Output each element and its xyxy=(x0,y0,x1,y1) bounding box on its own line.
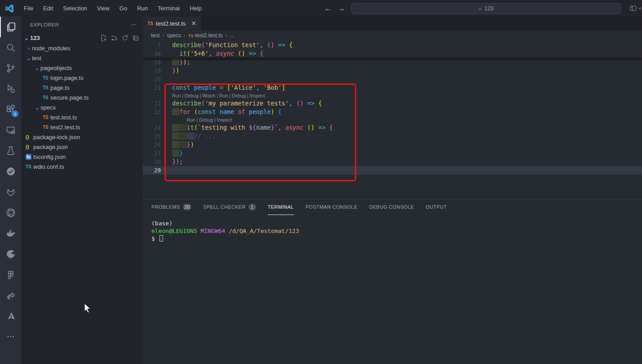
tree-item-label: specs xyxy=(40,104,56,111)
activity-search-icon[interactable] xyxy=(0,37,21,58)
code-token: '5+6' xyxy=(190,50,209,57)
codelens-debug-link[interactable]: Debug xyxy=(199,117,213,123)
code-line-7: 7describe('Function test', () => { xyxy=(143,41,642,49)
tree-item-pageobjects[interactable]: ⌄pageobjects xyxy=(21,63,143,73)
code-token xyxy=(172,124,179,131)
activity-extensions-icon[interactable]: 1 xyxy=(0,99,21,120)
code-token: ( xyxy=(201,100,205,107)
ts-blue: TS xyxy=(43,95,50,100)
code-editor[interactable]: 7describe('Function test', () => {16 it(… xyxy=(143,41,642,199)
activity-files-icon[interactable] xyxy=(0,17,21,37)
tab-test2-test-ts[interactable]: TS test2.test.ts ✕ xyxy=(143,17,201,30)
breadcrumb-item-test2-test-ts[interactable]: TStest2.test.ts xyxy=(188,32,223,39)
code-token: ) xyxy=(176,67,179,74)
activity-check-circle-icon[interactable] xyxy=(0,161,21,182)
panel-tab-output[interactable]: OUTPUT xyxy=(426,199,447,215)
close-icon[interactable]: ✕ xyxy=(191,20,196,27)
tree-item-secure-page-ts[interactable]: TSsecure.page.ts xyxy=(21,92,143,102)
tree-item-package-json[interactable]: {}package.json xyxy=(21,142,143,152)
code-text: const people = ['Alice', 'Bob'] xyxy=(161,83,285,92)
tree-item-page-ts[interactable]: TSpage.ts xyxy=(21,83,143,92)
tree-item-node-modules[interactable]: ›node_modules xyxy=(21,43,143,53)
activity-azure-icon[interactable] xyxy=(0,306,21,326)
breadcrumb-item-specs[interactable]: specs xyxy=(167,32,181,39)
panel-tab-problems[interactable]: PROBLEMS20 xyxy=(151,199,191,215)
tree-item-wdio-conf-ts[interactable]: TSwdio.conf.ts xyxy=(21,162,143,171)
code-token xyxy=(172,132,179,140)
code-token: name xyxy=(256,124,271,131)
activity-pie-circle-icon[interactable] xyxy=(0,244,21,264)
activity-source-control-icon[interactable] xyxy=(0,58,21,79)
explorer-sidebar: EXPLORER ⋯ ⌄ 123 ›node_modules⌄test⌄page… xyxy=(21,17,143,364)
menu-view[interactable]: View xyxy=(93,3,114,13)
layout-control[interactable] xyxy=(630,5,642,12)
tree-item-test-test-ts[interactable]: TStest.test.ts xyxy=(21,112,143,122)
code-line-21: 21const people = ['Alice', 'Bob'] xyxy=(143,83,642,92)
codelens-debug-link[interactable]: Debug xyxy=(232,93,246,98)
code-token: ${ xyxy=(249,124,256,131)
tree-item-specs[interactable]: ⌄specs xyxy=(21,102,143,112)
tree-item-login-page-ts[interactable]: TSlogin.page.ts xyxy=(21,73,143,83)
panel-tab-debug-console[interactable]: DEBUG CONSOLE xyxy=(369,199,414,215)
menu-terminal[interactable]: Terminal xyxy=(154,3,184,13)
menu-selection[interactable]: Selection xyxy=(59,3,91,13)
braces: {} xyxy=(26,135,33,140)
codelens-inspect-link[interactable]: Inspect xyxy=(250,93,265,98)
menu-go[interactable]: Go xyxy=(115,3,131,13)
panel-tab-spell-checker[interactable]: SPELL CHECKER1 xyxy=(203,199,256,215)
code-token: () xyxy=(238,50,245,57)
code-token: [ xyxy=(227,84,230,91)
menu-help[interactable]: Help xyxy=(186,3,206,13)
tree-item-tsconfig-json[interactable]: tstsconfig.json xyxy=(21,152,143,162)
code-token: => xyxy=(318,124,325,131)
activity-docker-icon[interactable] xyxy=(0,223,21,244)
ts-orange: TS xyxy=(43,125,50,130)
codelens-debug-link[interactable]: Debug xyxy=(185,93,199,98)
breadcrumb-item-test[interactable]: test xyxy=(151,32,159,39)
workspace-section-header[interactable]: ⌄ 123 xyxy=(21,32,143,43)
refresh-icon[interactable] xyxy=(122,35,128,41)
activity-run-debug-icon[interactable] xyxy=(0,79,21,99)
tree-item-package-lock-json[interactable]: {}package-lock.json xyxy=(21,132,143,142)
codelens-run-link[interactable]: Run xyxy=(186,117,195,123)
new-folder-icon[interactable] xyxy=(111,35,118,41)
menu-run[interactable]: Run xyxy=(133,3,152,13)
panel-tab-postman-console[interactable]: POSTMAN CONSOLE xyxy=(306,199,358,215)
activity-remote-window-icon[interactable] xyxy=(0,120,21,140)
figma-icon xyxy=(5,269,16,280)
codelens-run-link[interactable]: Run xyxy=(172,93,181,98)
terminal-output[interactable]: (base)eleon@LEGION5 MINGW64 /d/QA_A/Test… xyxy=(143,215,642,242)
code-token xyxy=(285,41,289,48)
panel-tab-terminal[interactable]: TERMINAL xyxy=(268,199,294,215)
gitlab-icon xyxy=(5,187,16,197)
codelens-run-link[interactable]: Run xyxy=(219,93,228,98)
menu-edit[interactable]: Edit xyxy=(39,3,57,13)
activity-more-ellipsis-icon[interactable] xyxy=(0,326,21,347)
tree-item-label: pageobjects xyxy=(40,65,72,71)
code-token: () xyxy=(296,100,303,107)
activity-testing-flask-icon[interactable] xyxy=(0,140,21,161)
codelens-watch-link[interactable]: Watch xyxy=(202,93,215,98)
history-forward-button[interactable]: → xyxy=(338,4,345,13)
activity-github-icon[interactable] xyxy=(0,202,21,223)
activity-figma-icon[interactable] xyxy=(0,264,21,285)
activity-gitlab-icon[interactable] xyxy=(0,182,21,202)
code-token: ; xyxy=(187,58,190,66)
code-token xyxy=(275,108,278,115)
explorer-more-button[interactable]: ⋯ xyxy=(131,21,137,28)
breadcrumb-item--[interactable]: ... xyxy=(230,32,235,39)
tree-item-test[interactable]: ⌄test xyxy=(21,53,143,63)
menu-file[interactable]: File xyxy=(20,3,37,13)
command-center-search[interactable]: ⌕ 123 xyxy=(351,3,621,14)
collapse-all-icon[interactable] xyxy=(133,35,139,41)
history-back-button[interactable]: ← xyxy=(324,4,332,13)
codelens-inspect-link[interactable]: Inspect xyxy=(217,117,232,123)
breadcrumb: test›specs›TStest2.test.ts›... xyxy=(143,30,642,41)
tree-item-test2-test-ts[interactable]: TStest2.test.ts xyxy=(21,122,143,132)
code-token: { xyxy=(318,100,322,107)
ts-orange: TS xyxy=(188,34,194,38)
search-icon: ⌕ xyxy=(479,5,482,12)
code-text: it('5+6', async () => { xyxy=(161,49,263,58)
new-file-icon[interactable] xyxy=(100,35,107,41)
activity-share-arrow-icon[interactable] xyxy=(0,285,21,306)
